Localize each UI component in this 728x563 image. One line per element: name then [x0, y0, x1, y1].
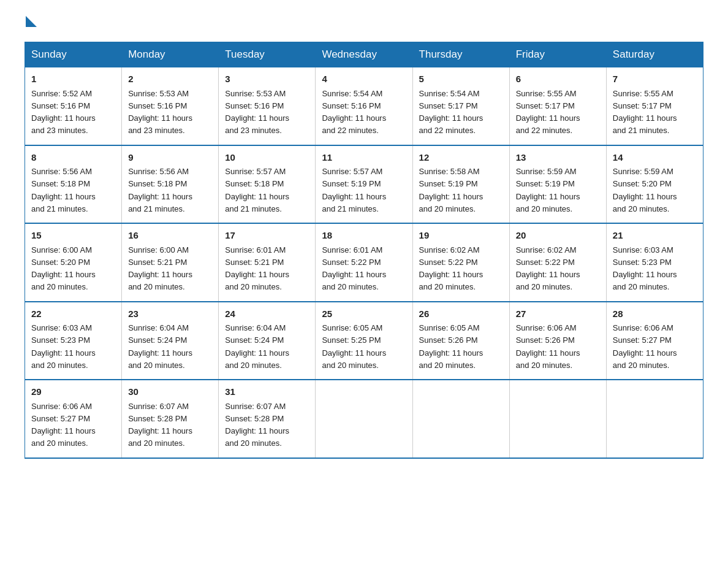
day-cell: 17Sunrise: 6:01 AMSunset: 5:21 PMDayligh…: [219, 223, 316, 302]
day-info: Sunrise: 5:59 AMSunset: 5:19 PMDaylight:…: [516, 167, 580, 213]
day-cell: 29Sunrise: 6:06 AMSunset: 5:27 PMDayligh…: [25, 380, 122, 458]
day-number: 17: [225, 229, 309, 243]
day-cell: [412, 380, 509, 458]
day-cell: 13Sunrise: 5:59 AMSunset: 5:19 PMDayligh…: [509, 145, 606, 224]
day-cell: [509, 380, 606, 458]
day-info: Sunrise: 6:06 AMSunset: 5:27 PMDaylight:…: [613, 323, 677, 370]
day-cell: 19Sunrise: 6:02 AMSunset: 5:22 PMDayligh…: [412, 223, 509, 302]
calendar-header: SundayMondayTuesdayWednesdayThursdayFrid…: [25, 42, 703, 67]
day-info: Sunrise: 5:57 AMSunset: 5:19 PMDaylight:…: [322, 167, 386, 213]
header-saturday: Saturday: [606, 42, 703, 67]
day-cell: 22Sunrise: 6:03 AMSunset: 5:23 PMDayligh…: [25, 302, 122, 380]
header-thursday: Thursday: [412, 42, 509, 67]
day-info: Sunrise: 6:03 AMSunset: 5:23 PMDaylight:…: [31, 323, 96, 370]
logo-triangle-icon: [26, 16, 37, 27]
day-cell: 31Sunrise: 6:07 AMSunset: 5:28 PMDayligh…: [219, 380, 316, 458]
day-cell: 20Sunrise: 6:02 AMSunset: 5:22 PMDayligh…: [509, 223, 606, 302]
day-cell: 5Sunrise: 5:54 AMSunset: 5:17 PMDaylight…: [412, 67, 509, 145]
day-number: 14: [613, 151, 697, 165]
day-cell: 4Sunrise: 5:54 AMSunset: 5:16 PMDaylight…: [316, 67, 412, 145]
day-cell: 16Sunrise: 6:00 AMSunset: 5:21 PMDayligh…: [122, 223, 219, 302]
day-cell: 27Sunrise: 6:06 AMSunset: 5:26 PMDayligh…: [509, 302, 606, 380]
day-cell: 24Sunrise: 6:04 AMSunset: 5:24 PMDayligh…: [219, 302, 316, 380]
calendar-table: SundayMondayTuesdayWednesdayThursdayFrid…: [25, 42, 703, 459]
day-number: 19: [419, 229, 503, 243]
day-number: 12: [419, 151, 503, 165]
day-number: 1: [31, 72, 115, 86]
week-row-4: 22Sunrise: 6:03 AMSunset: 5:23 PMDayligh…: [25, 302, 703, 380]
day-info: Sunrise: 6:05 AMSunset: 5:25 PMDaylight:…: [322, 323, 386, 370]
day-cell: 10Sunrise: 5:57 AMSunset: 5:18 PMDayligh…: [219, 145, 316, 224]
day-number: 22: [31, 307, 115, 321]
day-number: 21: [613, 229, 697, 243]
day-number: 2: [128, 72, 212, 86]
day-cell: 7Sunrise: 5:55 AMSunset: 5:17 PMDaylight…: [606, 67, 703, 145]
day-number: 8: [31, 151, 115, 165]
day-info: Sunrise: 6:02 AMSunset: 5:22 PMDaylight:…: [419, 245, 483, 292]
day-info: Sunrise: 5:53 AMSunset: 5:16 PMDaylight:…: [225, 89, 289, 136]
page-header: [25, 18, 703, 29]
day-info: Sunrise: 6:03 AMSunset: 5:23 PMDaylight:…: [613, 245, 677, 292]
week-row-3: 15Sunrise: 6:00 AMSunset: 5:20 PMDayligh…: [25, 223, 703, 302]
day-info: Sunrise: 6:07 AMSunset: 5:28 PMDaylight:…: [128, 402, 192, 448]
day-number: 27: [516, 307, 600, 321]
day-info: Sunrise: 5:54 AMSunset: 5:17 PMDaylight:…: [419, 89, 483, 136]
day-number: 5: [419, 72, 503, 86]
day-info: Sunrise: 6:05 AMSunset: 5:26 PMDaylight:…: [419, 323, 483, 370]
day-number: 20: [516, 229, 600, 243]
day-cell: 14Sunrise: 5:59 AMSunset: 5:20 PMDayligh…: [606, 145, 703, 224]
day-info: Sunrise: 6:06 AMSunset: 5:26 PMDaylight:…: [516, 323, 580, 370]
day-number: 23: [128, 307, 212, 321]
day-cell: 21Sunrise: 6:03 AMSunset: 5:23 PMDayligh…: [606, 223, 703, 302]
header-row: SundayMondayTuesdayWednesdayThursdayFrid…: [25, 42, 703, 67]
day-cell: 28Sunrise: 6:06 AMSunset: 5:27 PMDayligh…: [606, 302, 703, 380]
day-cell: 2Sunrise: 5:53 AMSunset: 5:16 PMDaylight…: [122, 67, 219, 145]
day-number: 11: [322, 151, 406, 165]
day-cell: [316, 380, 412, 458]
day-number: 24: [225, 307, 309, 321]
day-number: 30: [128, 385, 212, 399]
day-info: Sunrise: 6:00 AMSunset: 5:21 PMDaylight:…: [128, 245, 192, 292]
day-info: Sunrise: 6:01 AMSunset: 5:21 PMDaylight:…: [225, 245, 289, 292]
week-row-5: 29Sunrise: 6:06 AMSunset: 5:27 PMDayligh…: [25, 380, 703, 458]
header-friday: Friday: [509, 42, 606, 67]
day-number: 13: [516, 151, 600, 165]
day-cell: 15Sunrise: 6:00 AMSunset: 5:20 PMDayligh…: [25, 223, 122, 302]
day-number: 16: [128, 229, 212, 243]
day-info: Sunrise: 5:55 AMSunset: 5:17 PMDaylight:…: [613, 89, 677, 136]
header-tuesday: Tuesday: [219, 42, 316, 67]
day-cell: 8Sunrise: 5:56 AMSunset: 5:18 PMDaylight…: [25, 145, 122, 224]
day-number: 3: [225, 72, 309, 86]
day-info: Sunrise: 5:53 AMSunset: 5:16 PMDaylight:…: [128, 89, 192, 136]
day-cell: [606, 380, 703, 458]
day-number: 18: [322, 229, 406, 243]
day-info: Sunrise: 5:57 AMSunset: 5:18 PMDaylight:…: [225, 167, 289, 213]
day-number: 26: [419, 307, 503, 321]
day-info: Sunrise: 5:59 AMSunset: 5:20 PMDaylight:…: [613, 167, 677, 213]
day-cell: 18Sunrise: 6:01 AMSunset: 5:22 PMDayligh…: [316, 223, 412, 302]
day-info: Sunrise: 5:56 AMSunset: 5:18 PMDaylight:…: [31, 167, 96, 213]
day-cell: 12Sunrise: 5:58 AMSunset: 5:19 PMDayligh…: [412, 145, 509, 224]
day-cell: 23Sunrise: 6:04 AMSunset: 5:24 PMDayligh…: [122, 302, 219, 380]
day-cell: 9Sunrise: 5:56 AMSunset: 5:18 PMDaylight…: [122, 145, 219, 224]
day-info: Sunrise: 5:56 AMSunset: 5:18 PMDaylight:…: [128, 167, 192, 213]
day-info: Sunrise: 5:58 AMSunset: 5:19 PMDaylight:…: [419, 167, 483, 213]
day-number: 15: [31, 229, 115, 243]
day-cell: 11Sunrise: 5:57 AMSunset: 5:19 PMDayligh…: [316, 145, 412, 224]
day-number: 25: [322, 307, 406, 321]
day-number: 28: [613, 307, 697, 321]
day-number: 7: [613, 72, 697, 86]
day-number: 29: [31, 385, 115, 399]
week-row-1: 1Sunrise: 5:52 AMSunset: 5:16 PMDaylight…: [25, 67, 703, 145]
day-number: 6: [516, 72, 600, 86]
day-cell: 30Sunrise: 6:07 AMSunset: 5:28 PMDayligh…: [122, 380, 219, 458]
day-info: Sunrise: 5:55 AMSunset: 5:17 PMDaylight:…: [516, 89, 580, 136]
header-monday: Monday: [122, 42, 219, 67]
day-number: 9: [128, 151, 212, 165]
day-number: 10: [225, 151, 309, 165]
day-info: Sunrise: 6:00 AMSunset: 5:20 PMDaylight:…: [31, 245, 96, 292]
day-cell: 6Sunrise: 5:55 AMSunset: 5:17 PMDaylight…: [509, 67, 606, 145]
week-row-2: 8Sunrise: 5:56 AMSunset: 5:18 PMDaylight…: [25, 145, 703, 224]
day-cell: 26Sunrise: 6:05 AMSunset: 5:26 PMDayligh…: [412, 302, 509, 380]
day-info: Sunrise: 6:01 AMSunset: 5:22 PMDaylight:…: [322, 245, 386, 292]
